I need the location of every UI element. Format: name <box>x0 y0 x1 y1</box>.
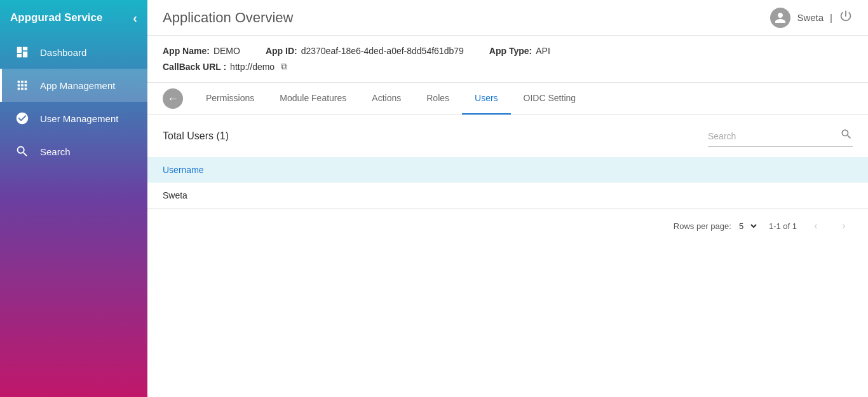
sidebar-item-dashboard-label: Dashboard <box>40 47 86 58</box>
search-sidebar-icon <box>15 144 30 159</box>
app-type-label: App Type: <box>489 46 532 56</box>
content-area: Total Users (1) Username Sweta <box>147 115 868 397</box>
main-content: Application Overview Sweta | App Name: D… <box>147 0 868 397</box>
app-type-value: API <box>536 46 550 56</box>
sidebar-header: Appgurad Service ‹ <box>0 0 147 36</box>
page-info: 1-1 of 1 <box>769 221 797 231</box>
callback-url-value: http://demo <box>230 62 275 72</box>
avatar-icon <box>770 8 790 28</box>
previous-page-button[interactable]: ‹ <box>807 217 825 235</box>
topbar-divider: | <box>830 12 832 23</box>
power-icon[interactable] <box>839 9 853 26</box>
rows-per-page-label: Rows per page: <box>674 221 731 231</box>
username-cell: Sweta <box>147 183 868 209</box>
app-management-icon <box>15 78 30 93</box>
app-id-field: App ID: d2370eaf-18e6-4ded-a0ef-8dd54f61… <box>266 46 464 56</box>
table-row: Sweta <box>147 183 868 209</box>
tab-users[interactable]: Users <box>462 83 511 115</box>
tab-module-features[interactable]: Module Features <box>267 83 359 115</box>
column-header-username: Username <box>147 157 868 183</box>
back-button[interactable]: ← <box>163 88 183 109</box>
users-tbody: Sweta <box>147 183 868 209</box>
callback-url-label: CallBack URL : <box>163 62 226 72</box>
search-icon[interactable] <box>840 128 853 144</box>
dashboard-icon <box>15 45 30 60</box>
rows-per-page: Rows per page: 5 10 25 50 <box>674 221 759 232</box>
tab-permissions[interactable]: Permissions <box>193 83 267 115</box>
search-input[interactable] <box>708 131 835 141</box>
sidebar-item-app-management[interactable]: App Management <box>0 69 147 102</box>
app-id-label: App ID: <box>266 46 297 56</box>
app-id-value: d2370eaf-18e6-4ded-a0ef-8dd54f61db79 <box>301 46 464 56</box>
sidebar: Appgurad Service ‹ Dashboard App Managem… <box>0 0 147 397</box>
callback-url-field: CallBack URL : http://demo ⧉ <box>163 61 853 72</box>
tab-actions[interactable]: Actions <box>359 83 414 115</box>
total-users-label: Total Users (1) <box>163 130 229 142</box>
page-title: Application Overview <box>163 10 293 26</box>
topbar: Application Overview Sweta | <box>147 0 868 36</box>
sidebar-item-user-management-label: User Management <box>40 113 118 124</box>
users-header: Total Users (1) <box>147 115 868 157</box>
users-table: Username Sweta <box>147 157 868 209</box>
sidebar-item-app-management-label: App Management <box>40 80 115 91</box>
table-header-row: Username <box>147 157 868 183</box>
pagination: Rows per page: 5 10 25 50 1-1 of 1 ‹ › <box>147 209 868 242</box>
tab-oidc-setting[interactable]: OIDC Setting <box>511 83 588 115</box>
tabs-bar: ← Permissions Module Features Actions Ro… <box>147 83 868 115</box>
next-page-button[interactable]: › <box>835 217 853 235</box>
topbar-username: Sweta <box>797 12 824 23</box>
sidebar-item-user-management[interactable]: User Management <box>0 102 147 135</box>
app-name-value: DEMO <box>214 46 240 56</box>
app-name-label: Appgurad Service <box>10 11 103 24</box>
rows-per-page-select[interactable]: 5 10 25 50 <box>736 221 759 232</box>
sidebar-item-search[interactable]: Search <box>0 135 147 168</box>
topbar-right: Sweta | <box>770 8 853 28</box>
sidebar-toggle-icon[interactable]: ‹ <box>133 11 137 25</box>
sidebar-item-dashboard[interactable]: Dashboard <box>0 36 147 69</box>
user-management-icon <box>15 111 30 126</box>
app-name-field: App Name: DEMO <box>163 46 240 56</box>
sidebar-item-search-label: Search <box>40 146 71 157</box>
tab-roles[interactable]: Roles <box>414 83 462 115</box>
copy-url-icon[interactable]: ⧉ <box>281 61 287 72</box>
search-container <box>708 125 853 147</box>
app-name-label: App Name: <box>163 46 210 56</box>
app-type-field: App Type: API <box>489 46 550 56</box>
app-info-bar: App Name: DEMO App ID: d2370eaf-18e6-4de… <box>147 36 868 83</box>
